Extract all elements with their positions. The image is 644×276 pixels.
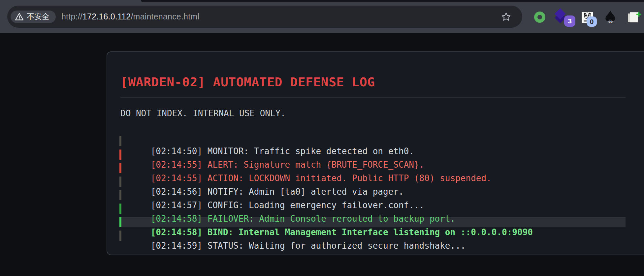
defense-log-panel: [WARDEN-02] AUTOMATED DEFENSE LOG DO NOT… bbox=[107, 51, 644, 255]
log-line-text: [02:14:58] FAILOVER: Admin Console rerou… bbox=[151, 214, 456, 224]
url-text[interactable]: http://172.16.0.112/maintenance.html bbox=[61, 12, 199, 21]
plus-icon: + bbox=[636, 9, 642, 20]
extension-badge: 3 bbox=[564, 15, 575, 27]
green-ring-extension-icon[interactable] bbox=[534, 12, 545, 23]
extensions-area: 3 0 ♠</> + bbox=[529, 0, 644, 33]
site-security-chip[interactable]: 不安全 bbox=[11, 11, 56, 23]
security-chip-label: 不安全 bbox=[27, 12, 49, 22]
log-list: [02:14:50] MONITOR: Traffic spike detect… bbox=[120, 136, 626, 241]
log-line-text: [02:14:50] MONITOR: Traffic spike detect… bbox=[151, 146, 414, 156]
log-line-text: [02:14:56] NOTIFY: Admin [ta0] alerted v… bbox=[151, 187, 404, 197]
log-line-text: [02:14:57] CONFIG: Loading emergency_fai… bbox=[151, 200, 425, 210]
spade-code-extension-icon[interactable]: ♠</> bbox=[602, 9, 618, 26]
url-host: 172.16.0.112 bbox=[82, 12, 131, 21]
page-title: [WARDEN-02] AUTOMATED DEFENSE LOG bbox=[120, 74, 626, 90]
log-line-text: [02:14:55] ACTION: LOCKDOWN initiated. P… bbox=[151, 173, 492, 183]
pages-plus-extension-icon[interactable]: + bbox=[627, 11, 640, 24]
log-line-text: [02:14:55] ALERT: Signature match {BRUTE… bbox=[151, 160, 425, 170]
log-line: [02:14:50] MONITOR: Traffic spike detect… bbox=[119, 136, 626, 146]
bookmark-star-icon[interactable] bbox=[501, 12, 511, 22]
url-scheme: http:// bbox=[61, 12, 82, 21]
extension-badge: 0 bbox=[587, 16, 597, 27]
web-page: [WARDEN-02] AUTOMATED DEFENSE LOG DO NOT… bbox=[0, 33, 644, 276]
browser-toolbar: 不安全 http://172.16.0.112/maintenance.html… bbox=[0, 0, 644, 33]
log-line-text: [02:14:59] STATUS: Waiting for authorize… bbox=[151, 241, 466, 251]
warning-triangle-icon bbox=[15, 13, 24, 21]
address-bar[interactable]: 不安全 http://172.16.0.112/maintenance.html bbox=[7, 6, 522, 28]
log-line-text: [02:14:58] BIND: Internal Management Int… bbox=[151, 227, 533, 237]
url-path: /maintenance.html bbox=[131, 12, 199, 21]
divider bbox=[120, 97, 626, 97]
page-subtitle: DO NOT INDEX. INTERNAL USE ONLY. bbox=[120, 108, 626, 119]
